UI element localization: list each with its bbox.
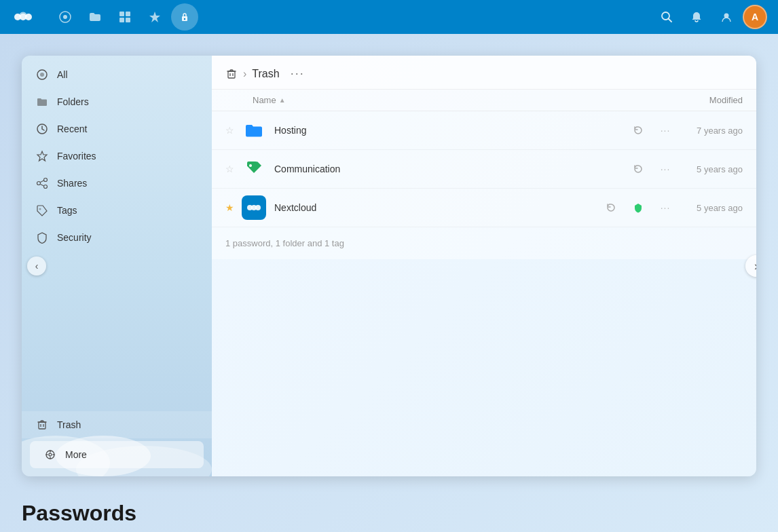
star-nextcloud[interactable]: ★ — [225, 202, 242, 213]
more-button-hosting[interactable]: ··· — [656, 121, 675, 140]
folder-icon-hosting — [242, 118, 266, 142]
more-settings-icon — [43, 448, 57, 461]
sidebar-label-folders: Folders — [57, 96, 89, 107]
sidebar-label-security: Security — [57, 232, 92, 243]
content-toolbar: › Trash ··· — [212, 56, 756, 90]
row-name-communication: Communication — [274, 164, 629, 174]
files-nav-icon[interactable] — [52, 3, 79, 31]
topbar-app-icons — [52, 3, 198, 31]
table-row[interactable]: ☆ Communication — [212, 150, 756, 189]
security-icon — [35, 231, 49, 244]
sidebar-item-favorites[interactable]: Favorites — [22, 142, 212, 170]
sidebar: All Folders — [22, 56, 212, 476]
svg-line-23 — [41, 185, 44, 187]
svg-point-16 — [40, 73, 44, 77]
breadcrumb-separator: › — [243, 68, 246, 80]
trash-icon — [35, 418, 49, 432]
svg-line-22 — [41, 180, 44, 183]
sidebar-item-folders[interactable]: Folders — [22, 88, 212, 115]
sidebar-label-shares: Shares — [57, 178, 87, 189]
svg-point-11 — [184, 18, 185, 20]
row-name-nextcloud: Nextcloud — [274, 202, 601, 213]
folder-nav-icon[interactable] — [81, 3, 109, 31]
sort-indicator: ▲ — [279, 96, 286, 104]
svg-rect-8 — [126, 18, 130, 22]
svg-point-4 — [63, 15, 67, 19]
row-name-hosting: Hosting — [274, 125, 629, 136]
topbar: A — [0, 0, 778, 34]
all-icon — [35, 68, 49, 81]
topbar-right: A — [653, 3, 767, 31]
breadcrumb-title: Trash — [252, 68, 279, 80]
modified-nextcloud: 5 years ago — [675, 203, 743, 213]
page-title-section: Passwords — [11, 487, 767, 526]
notifications-button[interactable] — [683, 3, 710, 31]
photos-nav-icon[interactable] — [111, 3, 138, 31]
table-header: Name ▲ Modified — [212, 90, 756, 111]
sidebar-item-tags[interactable]: Tags — [22, 197, 212, 224]
toolbar-trash-icon[interactable] — [225, 68, 238, 80]
star-hosting[interactable]: ☆ — [225, 125, 242, 136]
shares-icon — [35, 176, 49, 190]
page-title: Passwords — [22, 501, 756, 526]
svg-marker-18 — [37, 151, 47, 161]
sidebar-item-trash[interactable]: Trash — [22, 411, 212, 438]
row-actions-communication: ··· — [629, 159, 675, 178]
file-list: ☆ Hosting ··· — [212, 111, 756, 476]
more-button-nextcloud[interactable]: ··· — [656, 198, 675, 217]
star-communication[interactable]: ☆ — [225, 164, 242, 174]
favorites-icon — [35, 149, 49, 163]
shield-button-nextcloud[interactable] — [629, 198, 648, 217]
toolbar-more-button[interactable]: ··· — [291, 66, 305, 81]
passwords-nav-icon[interactable] — [171, 3, 198, 31]
sidebar-collapse-button[interactable]: ‹ — [27, 256, 46, 276]
svg-point-24 — [39, 208, 41, 210]
svg-point-29 — [49, 453, 52, 456]
nextcloud-logo[interactable] — [11, 5, 35, 29]
sidebar-item-all[interactable]: All — [22, 61, 212, 88]
sidebar-label-recent: Recent — [57, 124, 87, 134]
sidebar-item-more[interactable]: More — [30, 441, 204, 468]
row-actions-hosting: ··· — [629, 121, 675, 140]
chevron-left-icon: ‹ — [35, 261, 39, 271]
svg-marker-9 — [149, 12, 160, 22]
sidebar-item-security[interactable]: Security — [22, 224, 212, 251]
sidebar-label-all: All — [57, 69, 68, 80]
activity-nav-icon[interactable] — [141, 3, 168, 31]
svg-rect-6 — [126, 12, 130, 16]
sidebar-item-recent[interactable]: Recent — [22, 115, 212, 142]
sidebar-label-trash: Trash — [57, 419, 81, 430]
undo-button-communication[interactable] — [629, 159, 648, 178]
undo-button-nextcloud[interactable] — [601, 198, 620, 217]
chevron-right-icon: › — [754, 259, 756, 273]
modified-label: Modified — [709, 95, 743, 105]
recent-icon — [35, 122, 49, 136]
svg-rect-5 — [119, 12, 124, 16]
avatar[interactable]: A — [743, 5, 767, 29]
name-column-header[interactable]: Name ▲ — [253, 95, 709, 105]
nextcloud-icon — [242, 195, 266, 220]
svg-rect-25 — [39, 422, 45, 429]
search-button[interactable] — [653, 3, 680, 31]
svg-rect-7 — [119, 18, 124, 22]
svg-rect-34 — [228, 71, 235, 78]
sidebar-item-shares[interactable]: Shares — [22, 170, 212, 197]
table-row[interactable]: ★ Nextcloud — [212, 189, 756, 227]
sidebar-label-favorites: Favorites — [57, 151, 96, 162]
undo-button-hosting[interactable] — [629, 121, 648, 140]
main-content: › Trash ··· Name ▲ Modified ☆ — [212, 56, 756, 476]
sidebar-label-more: More — [65, 449, 87, 460]
more-button-communication[interactable]: ··· — [656, 159, 675, 178]
topbar-left — [11, 3, 198, 31]
table-row[interactable]: ☆ Hosting ··· — [212, 111, 756, 150]
svg-point-21 — [44, 185, 48, 189]
svg-point-40 — [255, 205, 261, 210]
contacts-button[interactable] — [713, 3, 740, 31]
modified-column-header[interactable]: Modified — [709, 95, 743, 105]
modified-communication: 5 years ago — [675, 164, 743, 174]
app-container: All Folders — [22, 56, 756, 476]
modified-hosting: 7 years ago — [675, 126, 743, 136]
row-actions-nextcloud: ··· — [601, 198, 675, 217]
folder-icon — [35, 95, 49, 109]
name-label: Name — [253, 95, 276, 105]
